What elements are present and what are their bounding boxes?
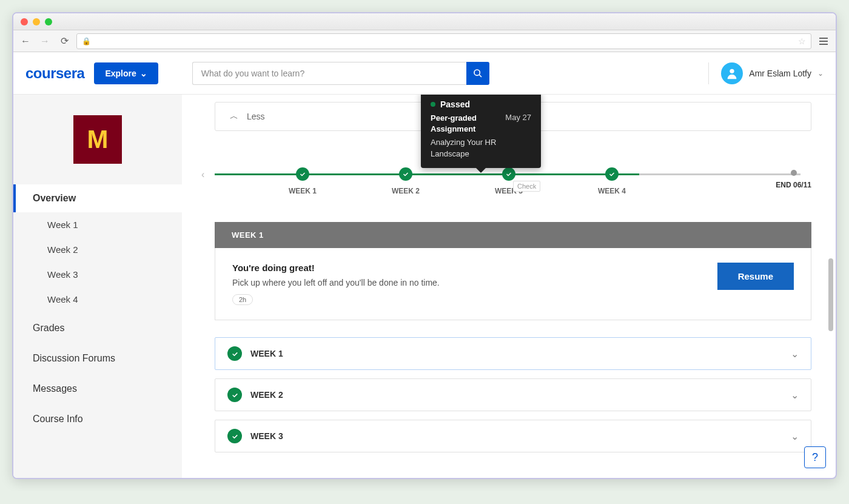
coursera-logo[interactable]: coursera: [25, 65, 84, 82]
sidebar-item-forums[interactable]: Discussion Forums: [13, 342, 182, 372]
sidebar-item-course-info[interactable]: Course Info: [13, 403, 182, 433]
sidebar-item-week2[interactable]: Week 2: [13, 237, 182, 262]
course-logo[interactable]: M: [73, 115, 122, 164]
svg-point-0: [474, 70, 480, 75]
check-icon: [227, 388, 242, 402]
main: M Overview Week 1 Week 2 Week 3 Week 4 G…: [13, 95, 836, 478]
address-bar[interactable]: 🔒 ☆: [76, 33, 811, 49]
resume-button[interactable]: Resume: [717, 263, 794, 290]
week-row-label: WEEK 1: [250, 349, 283, 358]
username-label: Amr Eslam Lotfy: [749, 69, 811, 78]
scrollbar-thumb[interactable]: [828, 258, 833, 331]
week-header: WEEK 1: [215, 222, 811, 248]
less-label: Less: [247, 112, 265, 121]
avatar: [721, 62, 743, 84]
week-row-3[interactable]: WEEK 3 ⌄: [215, 420, 811, 452]
explore-button[interactable]: Explore ⌄: [94, 62, 158, 84]
course-logo-letter: M: [87, 125, 109, 154]
end-dot-icon: [791, 170, 797, 176]
sidebar-item-week4[interactable]: Week 4: [13, 287, 182, 312]
course-logo-wrap: M: [13, 95, 182, 184]
check-icon: [399, 167, 412, 181]
resume-text: You're doing great! Pick up where you le…: [232, 263, 717, 305]
timeline-point-week4[interactable]: WEEK 4: [598, 167, 626, 195]
timeline-fill: [215, 173, 639, 175]
help-button[interactable]: ?: [804, 446, 826, 468]
maximize-window-button[interactable]: [45, 18, 52, 25]
user-menu[interactable]: Amr Eslam Lotfy ⌄: [708, 62, 824, 84]
sidebar: M Overview Week 1 Week 2 Week 3 Week 4 G…: [13, 95, 182, 478]
lock-icon: 🔒: [82, 37, 91, 45]
search-button[interactable]: [466, 62, 489, 85]
minimize-window-button[interactable]: [33, 18, 40, 25]
time-badge: 2h: [232, 294, 253, 305]
bookmark-icon[interactable]: ☆: [798, 36, 806, 46]
timeline-point-week1[interactable]: WEEK 1: [289, 167, 317, 195]
tooltip-status-row: Passed: [431, 99, 531, 109]
timeline-end-label: END 06/11: [776, 181, 811, 189]
back-button[interactable]: ←: [18, 34, 33, 49]
app-header: coursera Explore ⌄ Amr Eslam Lotfy ⌄: [13, 52, 836, 95]
timeline-end: END 06/11: [776, 170, 811, 189]
resume-subtitle: Pick up where you left off and you'll be…: [232, 278, 717, 287]
week-row-label: WEEK 2: [250, 390, 283, 400]
browser-window: ← → ⟳ 🔒 ☆ coursera Explore ⌄: [12, 12, 837, 479]
svg-line-1: [479, 75, 482, 77]
check-overlay-label: Check: [513, 181, 540, 192]
search-icon: [473, 69, 483, 78]
sidebar-item-overview[interactable]: Overview: [13, 184, 182, 212]
assignment-tooltip: Passed Peer-graded Assignment May 27 Ana…: [421, 95, 541, 168]
chevron-down-icon: ⌄: [140, 69, 147, 78]
chevron-down-icon: ⌄: [791, 389, 799, 401]
sidebar-item-messages[interactable]: Messages: [13, 372, 182, 403]
tooltip-type: Peer-graded Assignment: [431, 113, 499, 135]
browser-toolbar: ← → ⟳ 🔒 ☆: [13, 30, 836, 52]
forward-button[interactable]: →: [38, 34, 52, 49]
chevron-down-icon: ⌄: [791, 348, 799, 360]
app: coursera Explore ⌄ Amr Eslam Lotfy ⌄: [13, 52, 836, 478]
week-row-1[interactable]: WEEK 1 ⌄: [215, 337, 811, 370]
reload-button[interactable]: ⟳: [57, 34, 72, 49]
timeline-point-week2[interactable]: WEEK 2: [392, 167, 420, 195]
resume-title: You're doing great!: [232, 263, 717, 273]
timeline-label: WEEK 1: [289, 187, 317, 195]
tooltip-caret-icon: [476, 168, 486, 173]
tooltip-status: Passed: [440, 99, 470, 109]
sidebar-item-week3[interactable]: Week 3: [13, 262, 182, 287]
check-icon: [296, 167, 309, 181]
tooltip-type-row: Peer-graded Assignment May 27: [431, 113, 531, 135]
chevron-up-icon: ︿: [230, 111, 238, 122]
week-row-2[interactable]: WEEK 2 ⌄: [215, 378, 811, 411]
progress-timeline: ‹ WEEK 1 WEEK 2 WEEK 3 Chec: [204, 167, 811, 204]
check-icon: [605, 167, 619, 181]
status-dot-icon: [431, 102, 435, 107]
check-icon: [227, 429, 242, 443]
search-wrap: [192, 62, 489, 85]
chevron-down-icon: ⌄: [791, 431, 799, 442]
timeline-label: WEEK 2: [392, 187, 420, 195]
chevron-left-icon[interactable]: ‹: [201, 169, 204, 180]
tooltip-date: May 27: [505, 113, 531, 135]
user-icon: [725, 67, 739, 80]
sidebar-item-grades[interactable]: Grades: [13, 312, 182, 342]
explore-label: Explore: [105, 69, 136, 78]
check-icon: [502, 167, 515, 181]
sidebar-item-week1[interactable]: Week 1: [13, 212, 182, 237]
svg-point-2: [730, 69, 734, 73]
traffic-lights: [21, 18, 52, 25]
content: ︿ Less Passed Peer-graded Assignment May…: [182, 95, 836, 478]
tooltip-title: Analyzing Your HR Landscape: [431, 137, 531, 159]
browser-menu-button[interactable]: [816, 38, 831, 45]
search-input[interactable]: [192, 62, 466, 85]
check-icon: [227, 346, 242, 361]
chevron-down-icon: ⌄: [817, 69, 824, 78]
resume-box: You're doing great! Pick up where you le…: [215, 248, 811, 320]
scrollbar[interactable]: [828, 137, 834, 478]
titlebar: [13, 13, 836, 30]
close-window-button[interactable]: [21, 18, 28, 25]
timeline-label: WEEK 4: [598, 187, 626, 195]
week-row-label: WEEK 3: [250, 431, 283, 441]
